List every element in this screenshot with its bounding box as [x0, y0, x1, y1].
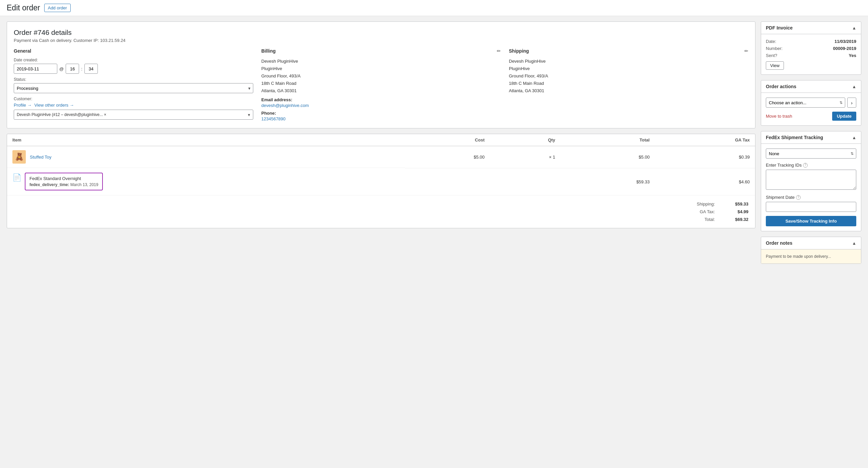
col-ga-tax: GA Tax [655, 134, 755, 146]
shipping-qty-empty [490, 168, 561, 196]
billing-phone-link[interactable]: 1234567890 [261, 116, 285, 121]
order-notes-body: Payment to be made upon delivery... [761, 250, 861, 263]
billing-section: Billing ✏ Devesh PluginHive PluginHive G… [261, 48, 501, 121]
order-notes-card: Order notes ▲ Payment to be made upon de… [761, 237, 861, 264]
shipping-edit-icon[interactable]: ✏ [744, 48, 748, 54]
shipping-name: Devesh PluginHive [509, 58, 748, 65]
shipping-company: PluginHive [509, 65, 748, 72]
general-title: General [14, 48, 253, 54]
fedex-tracking-title: FedEx Shipment Tracking [766, 135, 823, 140]
order-notes-header: Order notes ▲ [761, 237, 861, 250]
pdf-invoice-toggle-icon[interactable]: ▲ [852, 26, 856, 30]
item-thumbnail: 🧸 [12, 150, 26, 164]
pdf-number-label: Number: [766, 46, 782, 51]
shipping-cost-empty [405, 168, 490, 196]
table-row: 🧸 Stuffed Toy $5.00 × 1 $5.00 $0.39 [7, 146, 755, 168]
pdf-invoice-title: PDF Invoice [766, 25, 793, 30]
order-actions-toggle-icon[interactable]: ▲ [852, 84, 856, 89]
shipment-date-help-icon[interactable]: ? [796, 195, 801, 200]
order-details-card: Order #746 details Payment via Cash on d… [7, 22, 755, 128]
shipping-method-meta: fedex_delivery_time: March 13, 2019 [29, 182, 98, 187]
item-cell: 🧸 Stuffed Toy [7, 146, 405, 168]
shipping-total-label: Shipping: [688, 202, 715, 206]
order-action-run-button[interactable]: › [847, 97, 856, 108]
date-input[interactable] [14, 64, 57, 74]
pdf-view-button[interactable]: View [766, 61, 784, 70]
grand-total-value: $69.32 [728, 217, 748, 222]
update-button[interactable]: Update [832, 112, 856, 121]
customer-label: Customer: [14, 96, 253, 101]
shipping-ga-tax: $4.60 [655, 168, 755, 196]
pdf-number-value: 00009-2019 [833, 46, 856, 51]
save-tracking-button[interactable]: Save/Show Tracking Info [766, 216, 856, 226]
item-ga-tax: $0.39 [655, 146, 755, 168]
shipping-meta-label: fedex_delivery_time: [29, 182, 69, 187]
ga-tax-value: $4.99 [728, 209, 748, 214]
fedex-tracking-header: FedEx Shipment Tracking ▲ [761, 131, 861, 144]
shipping-meta-value: March 13, 2019 [70, 182, 98, 187]
order-title: Order #746 details [14, 29, 748, 36]
fedex-tracking-body: None ⇅ Enter Tracking IDs ? Shipment Dat… [761, 144, 861, 231]
pdf-invoice-body: Date: 11/03/2019 Number: 00009-2019 Sent… [761, 34, 861, 75]
status-label: Status: [14, 77, 253, 82]
item-total: $5.00 [560, 146, 655, 168]
order-actions-header: Order actions ▲ [761, 81, 861, 93]
tracking-ids-textarea[interactable] [766, 170, 856, 190]
move-to-trash-link[interactable]: Move to trash [766, 114, 792, 119]
order-actions-card: Order actions ▲ Choose an action... Emai… [761, 80, 861, 126]
shipping-city-state: Atlanta, GA 30301 [509, 87, 748, 94]
add-order-button[interactable]: Add order [44, 4, 71, 12]
pdf-sent-label: Sent? [766, 53, 777, 58]
order-notes-partial: Payment to be made upon delivery... [766, 254, 831, 259]
order-actions-body: Choose an action... Email invoice / orde… [761, 93, 861, 125]
pdf-date-label: Date: [766, 39, 776, 44]
shipping-section: Shipping ✏ Devesh PluginHive PluginHive … [509, 48, 748, 121]
status-select[interactable]: Processing Pending payment Completed On … [14, 83, 253, 93]
shipping-address1: Ground Floor, 493/A [509, 72, 748, 80]
billing-company: PluginHive [261, 65, 501, 72]
shipping-method-box: FedEx Standard Overnight fedex_delivery_… [25, 173, 103, 191]
time-hour-input[interactable] [66, 64, 79, 74]
pdf-invoice-card: PDF Invoice ▲ Date: 11/03/2019 Number: 0… [761, 22, 861, 75]
view-other-orders-link[interactable]: View other orders → [34, 103, 74, 108]
shipment-date-label: Shipment Date ? [766, 195, 856, 200]
order-subtitle: Payment via Cash on delivery. Customer I… [14, 38, 748, 43]
billing-email-link[interactable]: devesh@pluginhive.com [261, 103, 309, 108]
time-colon: : [81, 66, 83, 71]
fedex-tracking-card: FedEx Shipment Tracking ▲ None ⇅ Enter T… [761, 131, 861, 231]
item-cost: $5.00 [405, 146, 490, 168]
col-item: Item [7, 134, 405, 146]
billing-title: Billing [261, 48, 276, 54]
fedex-tracking-toggle-icon[interactable]: ▲ [852, 135, 856, 140]
customer-select-field[interactable]: Devesh PluginHive (#12 – devesh@pluginhi… [14, 110, 253, 120]
col-cost: Cost [405, 134, 490, 146]
shipping-total-value: $59.33 [728, 202, 748, 206]
billing-phone-label: Phone: [261, 111, 501, 116]
order-action-select[interactable]: Choose an action... Email invoice / orde… [766, 97, 845, 108]
shipment-date-input[interactable] [766, 202, 856, 212]
shipping-method-cell: 📄 FedEx Standard Overnight fedex_deliver… [7, 168, 405, 196]
page-header: Edit order Add order [0, 0, 868, 16]
date-label: Date created: [14, 58, 253, 62]
general-section: General Date created: @ : Status: Proces… [14, 48, 253, 121]
at-separator: @ [59, 66, 64, 71]
pdf-invoice-header: PDF Invoice ▲ [761, 22, 861, 34]
fedex-tracking-select[interactable]: None [766, 148, 856, 158]
pdf-date-value: 11/03/2019 [835, 39, 856, 44]
order-actions-title: Order actions [766, 84, 796, 89]
shipping-title: Shipping [509, 48, 529, 54]
order-details-header: Order #746 details Payment via Cash on d… [14, 29, 748, 43]
item-name-link[interactable]: Stuffed Toy [30, 154, 52, 159]
profile-link[interactable]: Profile → [14, 103, 31, 108]
shipping-method-name: FedEx Standard Overnight [29, 176, 98, 181]
time-minute-input[interactable] [85, 64, 98, 74]
billing-edit-icon[interactable]: ✏ [497, 48, 501, 54]
grand-total-label: Total: [688, 217, 715, 222]
item-qty: × 1 [490, 146, 561, 168]
shipping-method-icon: 📄 [12, 173, 22, 182]
items-card: Item Cost Qty Total GA Tax 🧸 Stuffed Toy [7, 134, 755, 228]
order-notes-toggle-icon[interactable]: ▲ [852, 241, 856, 246]
tracking-ids-help-icon[interactable]: ? [803, 163, 808, 168]
pdf-sent-value: Yes [849, 53, 856, 58]
col-total: Total [560, 134, 655, 146]
